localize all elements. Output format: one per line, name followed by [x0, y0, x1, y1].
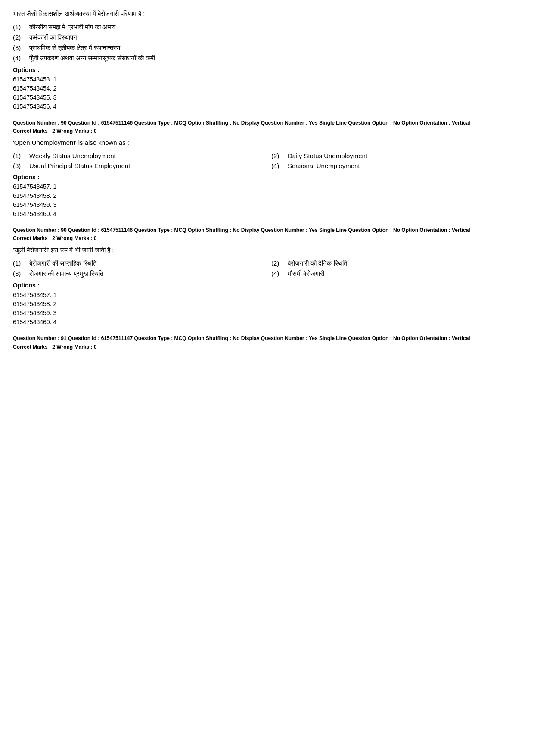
option-code: 61547543456. 4: [13, 102, 521, 111]
option-num: (1): [13, 259, 25, 267]
option-text: कीन्सीय समझ में प्रभावी मांग का अभाव: [29, 23, 115, 31]
option-text: Weekly Status Unemployment: [29, 152, 116, 159]
option-num: (1): [13, 152, 25, 159]
list-item: (3) Usual Principal Status Employment: [13, 162, 263, 169]
option-num: (1): [13, 23, 25, 31]
option-text: Seasonal Unemployment: [288, 162, 360, 169]
option-text: पूँजी उपकरण अथवा अन्य सम्मानसूचक संसाधनो…: [29, 54, 155, 62]
option-text: Daily Status Unemployment: [288, 152, 367, 159]
options-grid: (1) Weekly Status Unemployment (2) Daily…: [13, 152, 521, 169]
option-num: (3): [13, 162, 25, 169]
list-item: (4) पूँजी उपकरण अथवा अन्य सम्मानसूचक संस…: [13, 54, 521, 62]
question-meta: Question Number : 90 Question Id : 61547…: [13, 119, 521, 127]
list-item: (4) Seasonal Unemployment: [271, 162, 521, 169]
q90-english-block: Question Number : 90 Question Id : 61547…: [13, 119, 521, 219]
marks-info: Correct Marks : 2 Wrong Marks : 0: [13, 344, 521, 350]
options-label: Options :: [13, 174, 521, 181]
intro-options-list: (1) कीन्सीय समझ में प्रभावी मांग का अभाव…: [13, 23, 521, 62]
question-text: 'Open Unemployment' is also known as :: [13, 137, 521, 148]
option-text: रोजगार की सामान्य प्रमुख स्थिति: [29, 270, 103, 278]
intro-question-text: भारत जैसी विकासशील अर्थव्यवस्था में बेरो…: [13, 9, 521, 19]
option-text: बेरोजगारी की साप्ताहिक स्थिति: [29, 259, 96, 267]
list-item: (2) कर्मकारों का विस्थापन: [13, 34, 521, 41]
list-item: (4) मौसमी बेरोजगारी: [271, 270, 521, 278]
option-num: (2): [271, 152, 283, 159]
option-text: बेरोजगारी की दैनिक स्थिति: [288, 259, 347, 267]
option-num: (3): [13, 270, 25, 277]
option-code: 61547543460. 4: [13, 209, 521, 219]
option-num: (4): [271, 270, 283, 277]
marks-info: Correct Marks : 2 Wrong Marks : 0: [13, 128, 521, 134]
list-item: (1) Weekly Status Unemployment: [13, 152, 263, 159]
option-text: Usual Principal Status Employment: [29, 162, 130, 169]
option-code: 61547543453. 1: [13, 75, 521, 84]
option-code: 61547543458. 2: [13, 300, 521, 309]
question-meta: Question Number : 91 Question Id : 61547…: [13, 334, 521, 343]
list-item: (3) रोजगार की सामान्य प्रमुख स्थिति: [13, 270, 263, 278]
list-item: (3) प्राथमिक से तृतीयक क्षेत्र में स्थान…: [13, 44, 521, 52]
option-code: 61547543460. 4: [13, 318, 521, 327]
question-meta: Question Number : 90 Question Id : 61547…: [13, 226, 521, 234]
options-label: Options :: [13, 282, 521, 289]
list-item: (2) Daily Status Unemployment: [271, 152, 521, 159]
option-num: (4): [271, 162, 283, 169]
option-code: 61547543459. 3: [13, 309, 521, 318]
list-item: (2) बेरोजगारी की दैनिक स्थिति: [271, 259, 521, 267]
options-label: Options :: [13, 66, 521, 73]
list-item: (1) कीन्सीय समझ में प्रभावी मांग का अभाव: [13, 23, 521, 31]
option-code: 61547543455. 3: [13, 93, 521, 102]
question-text: 'खुली बेरोजगारी' इस रूप में भी जानी जाती…: [13, 245, 521, 255]
option-code: 61547543457. 1: [13, 291, 521, 300]
option-code: 61547543454. 2: [13, 84, 521, 93]
option-num: (4): [13, 54, 25, 62]
q91-meta-block: Question Number : 91 Question Id : 61547…: [13, 334, 521, 350]
option-num: (3): [13, 44, 25, 51]
marks-info: Correct Marks : 2 Wrong Marks : 0: [13, 235, 521, 241]
option-code: 61547543458. 2: [13, 191, 521, 200]
block-intro: भारत जैसी विकासशील अर्थव्यवस्था में बेरो…: [13, 9, 521, 111]
option-code: 61547543457. 1: [13, 182, 521, 191]
options-grid: (1) बेरोजगारी की साप्ताहिक स्थिति (2) बे…: [13, 259, 521, 278]
option-text: कर्मकारों का विस्थापन: [29, 34, 77, 41]
option-text: मौसमी बेरोजगारी: [288, 270, 324, 278]
option-code: 61547543459. 3: [13, 200, 521, 209]
option-num: (2): [271, 259, 283, 267]
option-num: (2): [13, 34, 25, 41]
list-item: (1) बेरोजगारी की साप्ताहिक स्थिति: [13, 259, 263, 267]
q90-hindi-block: Question Number : 90 Question Id : 61547…: [13, 226, 521, 327]
option-text: प्राथमिक से तृतीयक क्षेत्र में स्थानान्त…: [29, 44, 120, 52]
